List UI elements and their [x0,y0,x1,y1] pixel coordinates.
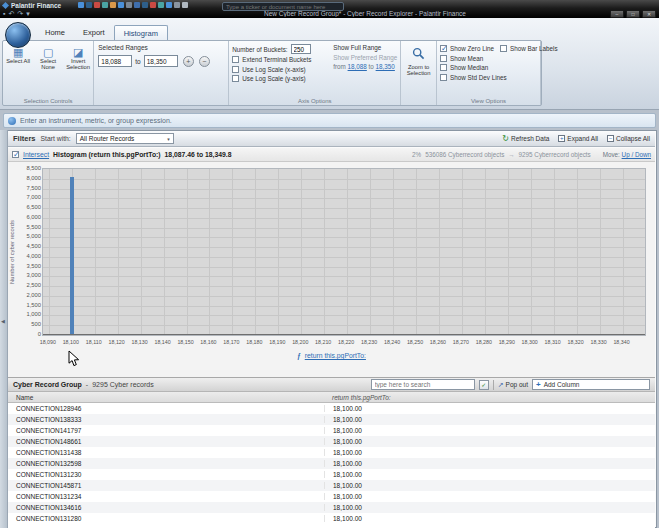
v-gridline [485,169,486,335]
table-row[interactable]: CONNECTION13128018,100.00 [8,513,655,524]
table-row[interactable]: CONNECTION13123018,100.00 [8,469,655,480]
buckets-input[interactable] [291,44,311,54]
table-row[interactable]: CONNECTION14866118,100.00 [8,436,655,447]
table-row[interactable]: CONNECTION14587118,100.00 [8,480,655,491]
table-row[interactable]: CONNECTION13461618,100.00 [8,502,655,513]
move-up-down-links[interactable]: Up / Down [622,151,651,158]
range-to-input[interactable] [144,55,178,67]
y-tick-label: 2,000 [16,292,41,298]
range-from-input[interactable] [98,55,132,67]
left-panel-collapse-strip[interactable]: ◀ [0,130,8,528]
chart-expression-link[interactable]: return this.pgPortTo: [305,352,366,359]
tab-home[interactable]: Home [36,25,74,40]
ribbon-button-select-all[interactable]: ▦Select All [4,46,32,70]
toolbar-icon[interactable] [126,2,132,8]
dropdown-icon[interactable]: ▾ [26,10,30,17]
view-option-checkbox[interactable]: Show Median [440,63,500,73]
pop-out-label: Pop out [506,381,528,388]
close-button[interactable]: ✕ [642,10,656,18]
h-gridline [43,247,645,248]
tab-export[interactable]: Export [74,25,114,40]
zoom-to-selection-button[interactable]: Zoom to Selection [401,46,436,76]
search-go-icon[interactable]: ✓ [479,380,489,390]
histogram-bar[interactable] [70,177,74,335]
table-row[interactable]: CONNECTION12894618,100.00 [8,403,655,414]
remove-range-icon[interactable]: − [199,56,210,67]
undo-icon[interactable]: ↶ [8,10,14,17]
cell-value: 18,100.00 [324,515,362,522]
axis-option-checkbox[interactable]: Extend Terminal Buckets [232,55,330,65]
toolbar-icon[interactable] [110,2,116,8]
start-with-dropdown[interactable]: All Router Records ▾ [76,133,174,144]
v-gridline [416,169,417,335]
zero-line [43,334,645,335]
checkbox-box [232,56,239,63]
table-row[interactable]: CONNECTION13259818,100.00 [8,458,655,469]
show-full-range-option[interactable]: Show Full Range [333,43,397,53]
view-option-checkbox[interactable]: Show Mean [440,54,500,64]
v-gridline [462,169,463,335]
checkbox-label: Show Zero Line [450,45,494,52]
v-gridline [554,169,555,335]
h-gridline [43,179,645,180]
checkbox-box [440,55,447,62]
toolbar-icon[interactable] [142,2,148,8]
add-range-icon[interactable]: + [183,56,194,67]
maximize-button[interactable]: □ [626,10,640,18]
ribbon-button-select-none[interactable]: ▢Select None [34,46,62,70]
checkbox-box [232,75,239,82]
toolbar-icon[interactable] [182,2,188,8]
view-option-checkbox[interactable]: Show Std Dev Lines [440,73,500,83]
table-row[interactable]: CONNECTION13123418,100.00 [8,491,655,502]
table-row[interactable]: CONNECTION13833318,100.00 [8,414,655,425]
refresh-data-button[interactable]: ↻ Refresh Data [502,135,549,143]
toolbar-icon[interactable] [158,2,164,8]
y-tick-label: 6,500 [16,204,41,210]
minimize-button[interactable]: – [610,10,624,18]
toolbar-icon[interactable] [86,2,92,8]
ribbon-button-invert-selection[interactable]: ◪Invert Selection [64,46,92,70]
axis-option-checkbox[interactable]: Use Log Scale (y-axis) [232,74,330,84]
plot-area[interactable] [42,168,646,336]
cell-name: CONNECTION138333 [8,416,324,423]
y-axis-title: Number of cyber records [9,168,15,336]
y-tick-label: 3,500 [16,263,41,269]
collapse-all-button[interactable]: − Collapse All [607,135,650,142]
application-menu-button[interactable] [5,22,31,48]
pop-out-button[interactable]: ↗ Pop out [498,381,528,389]
table-row[interactable]: CONNECTION14179718,100.00 [8,425,655,436]
tab-histogram[interactable]: Histogram [114,25,168,40]
checkbox-label: Show Bar Labels [510,45,558,52]
toolbar-icon[interactable] [150,2,156,8]
view-option-checkbox[interactable]: Show Bar Labels [500,44,558,54]
column-header-name[interactable]: Name [16,394,33,401]
x-tick-label: 18,280 [476,339,492,345]
to-range-link[interactable]: 18,350 [376,63,395,70]
group-selection-controls: ▦Select All▢Select None◪Invert Selection… [3,41,94,105]
table-column-headers: Name return this.pgPortTo: [8,392,655,403]
x-tick-label: 18,220 [338,339,354,345]
toolbar-icon[interactable] [166,2,172,8]
toolbar-icon[interactable] [174,2,180,8]
table-row[interactable]: CONNECTION13143818,100.00 [8,447,655,458]
redo-icon[interactable]: ↷ [17,10,23,17]
add-column-button[interactable]: + Add Column [532,379,650,390]
save-icon[interactable]: ▪ [3,10,5,17]
intersect-checkbox[interactable]: ✓ [12,150,19,160]
toolbar-icon[interactable] [94,2,100,8]
toolbar-icon[interactable] [118,2,124,8]
expand-all-button[interactable]: + Expand All [558,135,598,142]
show-preferred-range-option: Show Preferred Range [333,53,397,63]
view-option-checkbox[interactable]: ✓Show Zero Line [440,44,500,54]
axis-option-checkbox[interactable]: Use Log Scale (x-axis) [232,65,330,75]
table-search-input[interactable] [371,379,475,390]
toolbar-icon[interactable] [102,2,108,8]
cell-value: 18,100.00 [324,504,362,511]
column-header-value[interactable]: return this.pgPortTo: [332,394,391,401]
from-range-link[interactable]: 18,088 [348,63,367,70]
expression-bar[interactable]: Enter an instrument, metric, or group ex… [3,113,656,128]
axis-options-checkboxes: Extend Terminal BucketsUse Log Scale (x-… [232,55,330,84]
toolbar-icon[interactable] [134,2,140,8]
toolbar-icon[interactable] [78,2,84,8]
intersect-link[interactable]: Intersect [23,151,49,158]
